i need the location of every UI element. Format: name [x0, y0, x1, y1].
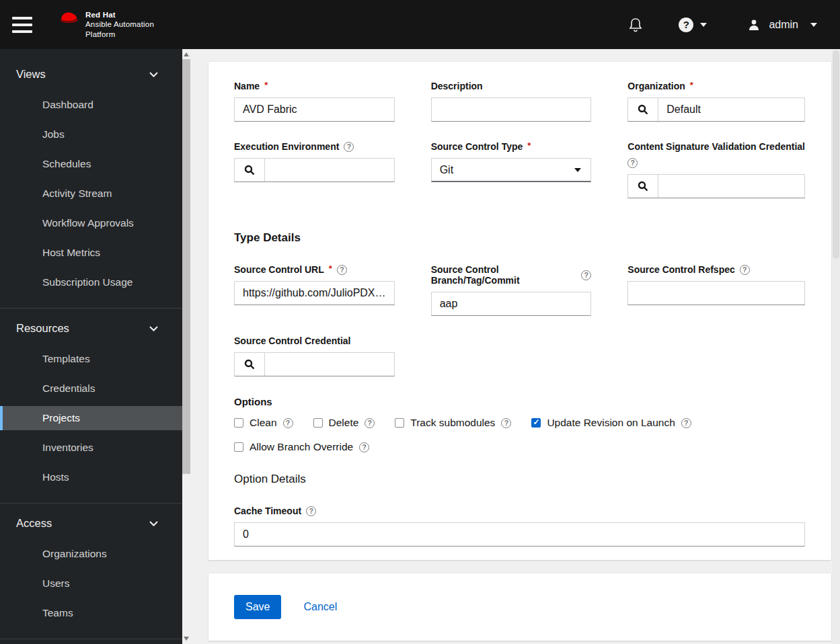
track-submodules-checkbox[interactable] [395, 418, 404, 428]
source-control-type-field-group: Source Control Type* Git [431, 141, 592, 198]
question-circle-icon[interactable] [681, 418, 691, 428]
sidebar-item-teams[interactable]: Teams [0, 601, 182, 625]
sidebar-item-inventories[interactable]: Inventories [0, 436, 182, 460]
scrollbar-down-arrow-icon[interactable] [184, 637, 189, 641]
project-edit-form-card: Name* Description Organization* [208, 62, 831, 560]
cache-timeout-field-group: Cache Timeout [234, 506, 805, 547]
sidebar-item-organizations[interactable]: Organizations [0, 542, 182, 566]
scm-credential-field-group: Source Control Credential [234, 335, 395, 376]
cancel-button[interactable]: Cancel [303, 601, 337, 613]
nav-section-views[interactable]: Views [0, 61, 182, 87]
search-icon [244, 359, 255, 370]
caret-down-icon [700, 23, 707, 27]
content-signature-input[interactable] [658, 175, 804, 198]
question-circle-icon[interactable] [581, 270, 591, 280]
clean-checkbox[interactable] [234, 418, 243, 428]
main-content: Name* Description Organization* [190, 49, 832, 644]
organization-label: Organization* [627, 81, 805, 91]
nav-section-resources[interactable]: Resources [0, 315, 182, 341]
brand-line-3: Platform [85, 30, 154, 39]
content-signature-field-group: Content Signature Validation Credential [627, 141, 805, 198]
delete-checkbox[interactable] [313, 418, 323, 428]
bell-icon [629, 17, 642, 32]
sidebar-item-activity-stream[interactable]: Activity Stream [0, 182, 182, 206]
scm-refspec-input[interactable] [627, 281, 805, 305]
search-icon [244, 165, 255, 175]
nav-section-label: Views [16, 68, 46, 81]
sidebar-item-hosts[interactable]: Hosts [0, 465, 182, 489]
caret-down-icon [810, 23, 817, 27]
sidebar-item-users[interactable]: Users [0, 571, 182, 596]
notifications-button[interactable] [622, 13, 649, 36]
form-actions-bar: Save Cancel [208, 573, 831, 641]
nav-toggle-hamburger-icon[interactable] [12, 17, 32, 33]
user-menu-button[interactable]: admin [740, 14, 824, 36]
required-asterisk: * [264, 80, 268, 90]
checkbox-label: Track submodules [410, 417, 495, 429]
scm-credential-search-button[interactable] [235, 353, 265, 376]
source-control-type-label: Source Control Type* [431, 141, 592, 152]
question-circle-icon[interactable] [337, 265, 347, 275]
help-icon [679, 17, 693, 32]
nav-section-access[interactable]: Access [0, 510, 182, 536]
options-group: Options Clean Delete [234, 396, 805, 453]
name-input[interactable] [234, 97, 395, 122]
organization-input[interactable] [658, 98, 804, 121]
sidebar-item-subscription-usage[interactable]: Subscription Usage [0, 270, 182, 294]
nav-section-label: Resources [16, 322, 69, 335]
question-circle-icon[interactable] [740, 265, 750, 275]
checkbox-label: Delete [329, 417, 359, 429]
help-menu-button[interactable] [672, 13, 714, 36]
save-button[interactable]: Save [234, 595, 281, 619]
required-asterisk: * [527, 140, 531, 151]
description-field-group: Description [431, 81, 592, 122]
sidebar-nav: Views Dashboard Jobs Schedules Activity … [0, 49, 182, 644]
scm-credential-input[interactable] [265, 353, 394, 376]
execution-environment-search-button[interactable] [235, 159, 265, 182]
cache-timeout-input[interactable] [234, 522, 805, 547]
content-signature-search-button[interactable] [628, 175, 658, 198]
description-input[interactable] [431, 97, 592, 122]
search-icon [638, 104, 648, 115]
scm-url-label: Source Control URL* [234, 264, 395, 275]
question-circle-icon[interactable] [627, 158, 638, 168]
question-circle-icon[interactable] [283, 418, 293, 428]
user-icon [747, 18, 761, 32]
question-circle-icon[interactable] [359, 442, 369, 452]
sidebar-item-schedules[interactable]: Schedules [0, 152, 182, 176]
allow-branch-override-checkbox[interactable] [234, 442, 243, 452]
redhat-ansible-logo: Red Hat Ansible Automation Platform [58, 10, 154, 38]
brand-line-1: Red Hat [85, 10, 154, 19]
page-scrollbar[interactable] [832, 49, 840, 644]
option-details-section-title: Option Details [234, 473, 805, 486]
source-control-type-select[interactable]: Git [431, 158, 592, 182]
update-revision-on-launch-checkbox[interactable] [531, 418, 541, 428]
question-circle-icon[interactable] [501, 418, 511, 428]
sidebar-item-jobs[interactable]: Jobs [0, 122, 182, 147]
question-circle-icon[interactable] [365, 418, 375, 428]
sidebar-item-workflow-approvals[interactable]: Workflow Approvals [0, 211, 182, 235]
sidebar-scrollbar-thumb[interactable] [182, 59, 190, 474]
name-label: Name* [234, 81, 395, 91]
sidebar-item-host-metrics[interactable]: Host Metrics [0, 241, 182, 265]
sidebar-item-credentials[interactable]: Credentials [0, 376, 182, 401]
organization-search-button[interactable] [628, 98, 658, 121]
track-submodules-checkbox-item: Track submodules [395, 417, 511, 429]
sidebar-item-templates[interactable]: Templates [0, 347, 182, 371]
scm-branch-input[interactable] [431, 292, 592, 316]
sidebar-item-projects[interactable]: Projects [0, 406, 182, 430]
scrollbar-up-arrow-icon[interactable] [184, 52, 189, 56]
options-label: Options [234, 396, 805, 407]
sidebar-item-dashboard[interactable]: Dashboard [0, 93, 182, 117]
checkbox-label: Clean [250, 417, 277, 429]
update-revision-checkbox-item: Update Revision on Launch [531, 417, 691, 429]
question-circle-icon[interactable] [344, 142, 354, 152]
sidebar-scrollbar[interactable] [182, 49, 190, 644]
search-icon [638, 181, 648, 192]
execution-environment-input[interactable] [265, 159, 394, 182]
scm-url-input[interactable] [234, 281, 395, 305]
scm-refspec-field-group: Source Control Refspec [627, 264, 805, 316]
page-scrollbar-thumb[interactable] [833, 50, 839, 259]
caret-down-icon [574, 168, 581, 172]
question-circle-icon[interactable] [306, 506, 316, 516]
